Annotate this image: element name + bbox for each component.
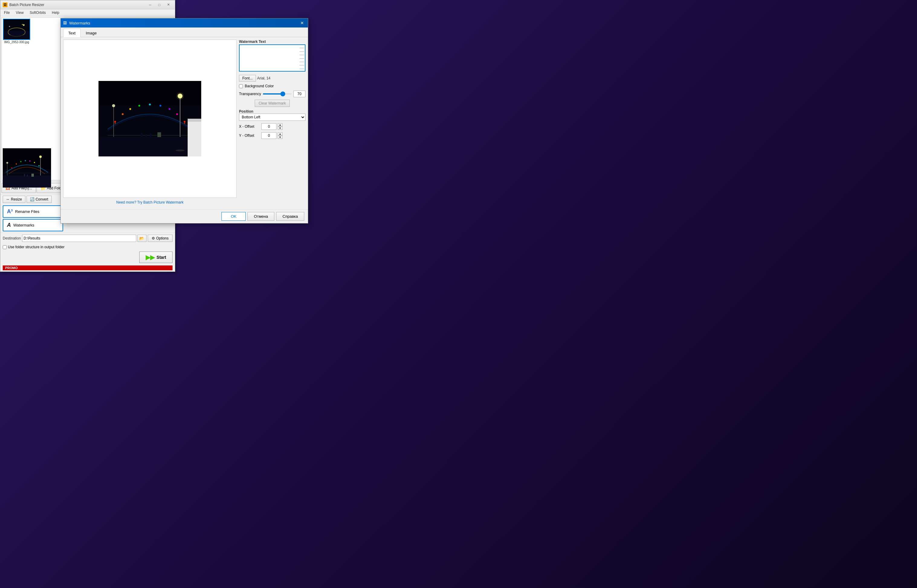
slider-thumb[interactable] — [280, 92, 285, 96]
bg-color-label: Background Color — [245, 84, 274, 88]
start-button[interactable]: ▶▶ Start — [139, 252, 173, 263]
convert-button[interactable]: 🔄 Convert — [27, 196, 52, 203]
font-display: Arial, 14 — [257, 76, 270, 80]
dialog-close-button[interactable]: ✕ — [299, 19, 306, 26]
tab-image[interactable]: Image — [81, 29, 102, 37]
svg-rect-24 — [31, 174, 34, 177]
x-offset-up-button[interactable]: ▲ — [278, 123, 283, 126]
menu-file[interactable]: File — [2, 10, 12, 15]
transparency-label: Transparency — [239, 92, 261, 96]
dialog-title-left: 🖼 Watermarks — [63, 21, 91, 25]
position-select[interactable]: Bottom Left Top Left Top Center Top Righ… — [239, 113, 306, 121]
x-offset-down-button[interactable]: ▼ — [278, 126, 283, 130]
svg-point-31 — [129, 108, 131, 110]
svg-point-37 — [184, 121, 186, 123]
transparency-slider-container — [263, 91, 291, 97]
large-thumb-svg — [3, 148, 51, 187]
menu-softorbits[interactable]: SoftOrbits — [27, 10, 48, 15]
cancel-button[interactable]: Отмена — [247, 212, 274, 221]
ok-button[interactable]: OK — [222, 212, 246, 221]
minimize-button[interactable]: ─ — [146, 2, 154, 8]
svg-point-39 — [184, 123, 185, 124]
close-button[interactable]: ✕ — [164, 2, 173, 8]
maximize-button[interactable]: □ — [155, 2, 163, 8]
menu-view[interactable]: View — [13, 10, 26, 15]
resize-button[interactable]: ↔ Resize — [3, 196, 25, 203]
x-offset-input[interactable] — [261, 123, 277, 130]
watermark-text-section: Watermark Text — [239, 40, 306, 73]
svg-point-36 — [176, 113, 178, 115]
x-offset-row: X - Offset ▲ ▼ — [239, 123, 306, 130]
browse-icon: 📂 — [139, 236, 144, 241]
help-button[interactable]: Справка — [276, 212, 304, 221]
options-button[interactable]: ⚙ Options — [148, 235, 173, 242]
title-bar: 🖼 Batch Picture Resizer ─ □ ✕ — [0, 0, 175, 10]
line-1 — [299, 48, 304, 48]
font-button[interactable]: Font... — [239, 75, 256, 82]
svg-point-16 — [38, 165, 40, 166]
y-offset-label: Y - Offset — [239, 134, 260, 138]
svg-point-34 — [160, 105, 161, 107]
preview-area — [63, 40, 236, 198]
watermarks-button[interactable]: A Watermarks — [3, 219, 63, 231]
x-offset-spinners: ▲ ▼ — [278, 123, 283, 130]
resize-label: Resize — [11, 197, 22, 202]
svg-rect-49 — [150, 134, 151, 137]
watermark-link-row: Need more? Try Batch Picture Watermark — [63, 198, 236, 207]
svg-rect-50 — [157, 132, 161, 137]
lines-decoration — [299, 45, 304, 71]
destination-browse-button[interactable]: 📂 — [137, 235, 147, 242]
svg-rect-23 — [27, 174, 28, 177]
transparency-value-input[interactable] — [293, 90, 306, 97]
dialog-overlay: 🖼 Watermarks ✕ Text Image — [0, 0, 917, 588]
slider-fill — [263, 93, 283, 95]
menu-bar: File View SoftOrbits Help — [0, 10, 175, 16]
convert-icon: 🔄 — [30, 197, 34, 202]
convert-label: Convert — [36, 197, 49, 202]
y-offset-input[interactable] — [261, 132, 277, 139]
svg-point-30 — [122, 113, 124, 115]
title-controls: ─ □ ✕ — [146, 2, 173, 8]
watermark-promo-link[interactable]: Need more? Try Batch Picture Watermark — [116, 200, 183, 204]
promo-badge: PROMO — [3, 265, 173, 270]
watermark-text-input[interactable] — [239, 44, 306, 71]
clear-watermark-container: Clear Watermark — [239, 100, 306, 107]
y-offset-up-button[interactable]: ▲ — [278, 132, 283, 136]
dialog-title: Watermarks — [69, 21, 91, 25]
svg-point-32 — [138, 105, 140, 107]
preview-svg — [99, 81, 201, 157]
watermarks-icon: A — [7, 222, 11, 228]
line-2 — [299, 51, 304, 52]
app-icon: 🖼 — [3, 2, 8, 7]
rename-files-button[interactable]: A³ Rename Files — [3, 205, 63, 218]
y-offset-down-button[interactable]: ▼ — [278, 136, 283, 139]
destination-input[interactable] — [22, 235, 136, 242]
folder-structure-checkbox[interactable] — [3, 245, 6, 249]
x-offset-label: X - Offset — [239, 124, 260, 129]
svg-point-11 — [16, 163, 17, 165]
svg-point-4 — [23, 24, 25, 26]
dialog-body: Need more? Try Batch Picture Watermark W… — [61, 37, 308, 209]
bg-color-checkbox[interactable] — [239, 84, 243, 88]
preview-image — [99, 81, 201, 157]
watermarks-label: Watermarks — [13, 223, 34, 228]
svg-rect-52 — [188, 120, 201, 157]
position-section: Position Bottom Left Top Left Top Center… — [239, 109, 306, 121]
watermark-dialog: 🖼 Watermarks ✕ Text Image — [60, 18, 308, 223]
line-4 — [299, 58, 304, 59]
svg-rect-22 — [24, 174, 25, 176]
tab-text[interactable]: Text — [63, 29, 81, 37]
svg-rect-47 — [141, 133, 142, 137]
clear-watermark-button[interactable]: Clear Watermark — [255, 100, 290, 107]
menu-help[interactable]: Help — [50, 10, 62, 15]
folder-structure-row: Use folder structure in output folder — [0, 244, 175, 250]
svg-rect-45 — [99, 137, 201, 157]
svg-point-13 — [25, 160, 26, 161]
large-thumbnail — [3, 148, 51, 187]
dialog-title-bar: 🖼 Watermarks ✕ — [61, 18, 308, 27]
watermark-text-wrapper — [239, 44, 306, 73]
svg-point-15 — [34, 162, 35, 163]
svg-rect-53 — [188, 119, 201, 122]
svg-rect-48 — [146, 134, 147, 137]
slider-track — [263, 93, 291, 95]
